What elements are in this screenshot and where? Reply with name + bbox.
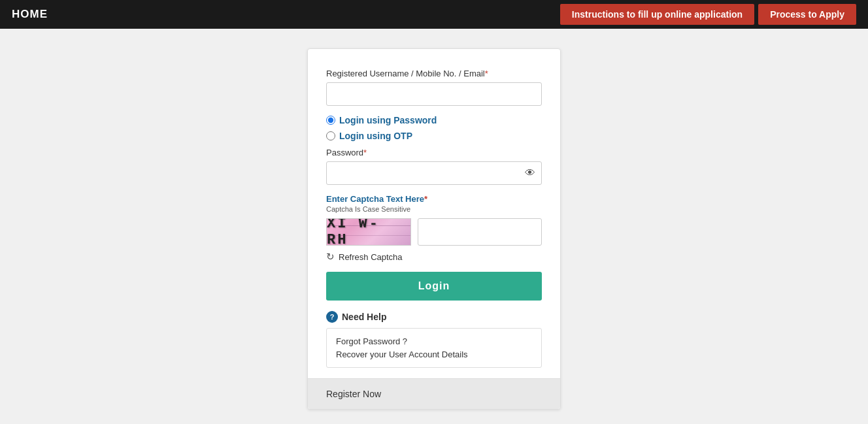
password-required-star: * — [363, 148, 367, 157]
login-password-label: Login using Password — [339, 115, 437, 125]
login-method-group: Login using Password Login using OTP — [326, 115, 542, 141]
process-button[interactable]: Process to Apply — [758, 4, 856, 25]
captcha-row: XI W- RH — [326, 218, 542, 246]
need-help-label: Need Help — [342, 312, 386, 322]
page-content: Registered Username / Mobile No. / Email… — [0, 29, 868, 424]
username-label: Registered Username / Mobile No. / Email… — [326, 69, 542, 78]
password-group: Password* 👁 — [326, 148, 542, 185]
login-password-radio[interactable] — [326, 116, 335, 125]
login-otp-label: Login using OTP — [339, 131, 412, 141]
register-now-link[interactable]: Register Now — [326, 389, 381, 399]
captcha-input[interactable] — [418, 218, 542, 246]
login-button[interactable]: Login — [326, 272, 542, 301]
username-required-star: * — [485, 69, 488, 78]
need-help-title: ? Need Help — [326, 311, 542, 323]
password-input[interactable] — [326, 161, 542, 185]
instructions-button[interactable]: Instructions to fill up online applicati… — [560, 4, 754, 25]
username-input[interactable] — [326, 82, 542, 106]
login-card: Registered Username / Mobile No. / Email… — [307, 48, 561, 410]
navbar: HOME Instructions to fill up online appl… — [0, 0, 868, 29]
captcha-image: XI W- RH — [326, 218, 411, 246]
eye-icon[interactable]: 👁 — [525, 167, 535, 179]
help-icon: ? — [326, 311, 338, 323]
captcha-group: Enter Captcha Text Here* Captcha Is Case… — [326, 194, 542, 263]
register-footer: Register Now — [308, 378, 560, 409]
captcha-label: Enter Captcha Text Here* — [326, 194, 542, 204]
username-group: Registered Username / Mobile No. / Email… — [326, 69, 542, 106]
recover-account-link[interactable]: Recover your User Account Details — [336, 350, 532, 359]
login-password-option[interactable]: Login using Password — [326, 115, 542, 125]
need-help-section: ? Need Help Forgot Password ? Recover yo… — [326, 311, 542, 368]
login-otp-radio[interactable] — [326, 131, 335, 140]
refresh-captcha-label: Refresh Captcha — [339, 252, 403, 262]
navbar-right: Instructions to fill up online applicati… — [560, 4, 856, 25]
password-label: Password* — [326, 148, 542, 157]
refresh-captcha-button[interactable]: ↻ Refresh Captcha — [326, 251, 542, 263]
refresh-icon: ↻ — [326, 251, 335, 263]
login-otp-option[interactable]: Login using OTP — [326, 131, 542, 141]
help-box: Forgot Password ? Recover your User Acco… — [326, 328, 542, 368]
forgot-password-link[interactable]: Forgot Password ? — [336, 336, 532, 346]
captcha-required-star: * — [424, 194, 427, 204]
password-wrapper: 👁 — [326, 161, 542, 185]
home-link[interactable]: HOME — [12, 8, 48, 21]
captcha-sensitive-note: Captcha Is Case Sensitive — [326, 205, 542, 213]
